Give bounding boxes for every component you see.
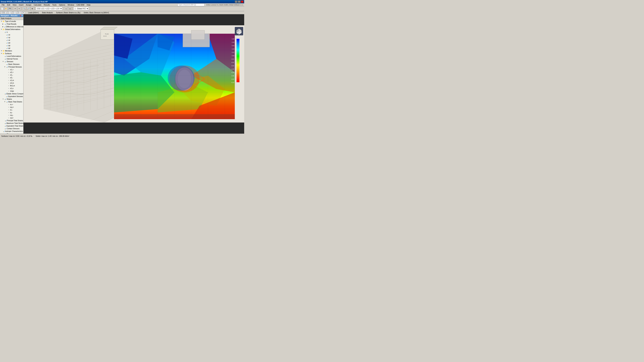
tree-item[interactable]: ○θσ1,m — [0, 84, 23, 87]
tree-item[interactable]: ○εxy,- — [0, 114, 23, 116]
tree-item[interactable]: ○εx,+ — [0, 103, 23, 106]
tree-item[interactable]: ▼📊Principal Stresses — [0, 65, 23, 68]
tree-item[interactable]: ○σ2,m — [0, 82, 23, 84]
tree-label: uy — [8, 36, 10, 38]
tree-expand-icon[interactable]: ▼ — [4, 66, 5, 68]
tb-fit[interactable]: ⊞ — [30, 7, 34, 10]
tb-zoom-out[interactable]: 🔎 — [26, 7, 30, 10]
menu-results[interactable]: Results — [43, 4, 51, 6]
tree-item[interactable]: 📊φz — [0, 47, 23, 49]
menu-assign[interactable]: Assign — [25, 4, 32, 6]
result-icon: 📊 — [6, 63, 8, 65]
menu-edit[interactable]: Edit — [6, 4, 11, 6]
view-select[interactable]: 1 - Global XYZ — [74, 7, 89, 10]
tree-item[interactable]: ○τmax — [0, 90, 23, 92]
tree-label: εy,- — [10, 112, 12, 113]
tree-item[interactable]: ▼📁Type of results — [0, 20, 23, 23]
tree-expand-icon[interactable]: ▼ — [2, 98, 4, 100]
tree-item[interactable]: ▼📊Strains — [0, 98, 23, 100]
tree-expand-icon[interactable]: ▼ — [1, 28, 2, 30]
tree-item[interactable]: 📊Shape — [0, 133, 23, 134]
load-combo-select[interactable]: CO2: LC1 + LC2 + LC3 + LC4 — [36, 7, 62, 10]
tree-label: Surfaces — [5, 53, 12, 54]
tb-render[interactable]: ◻ — [64, 7, 68, 10]
svg-text:Y: Y — [236, 30, 237, 31]
tree-item[interactable]: 📊Equivalent Stresses — [0, 95, 23, 98]
tree-item[interactable]: ○σ2,- — [0, 76, 23, 79]
menu-calculate[interactable]: Calculate — [33, 4, 42, 6]
tb-undo[interactable]: ↩ — [14, 7, 17, 10]
window-controls[interactable]: _ □ × — [235, 0, 244, 3]
maximize-button[interactable]: □ — [238, 0, 240, 3]
tree-expand-icon[interactable]: ▼ — [4, 101, 5, 103]
tree-item[interactable]: ○εy,- — [0, 111, 23, 114]
tb-save[interactable]: 💾 — [8, 7, 12, 10]
svg-text:-0.05: -0.05 — [231, 68, 234, 70]
tree-item[interactable]: ○εxy+ — [0, 116, 23, 119]
tree-label: Contact Stresses — [7, 128, 20, 130]
tree-item[interactable]: ○σ1,+ — [0, 68, 23, 71]
tree-expand-icon[interactable]: ▼ — [1, 50, 2, 52]
nav-close-button[interactable]: × — [22, 15, 23, 16]
tree-item[interactable]: 📊Internal Forces — [0, 57, 23, 60]
tree-item[interactable]: ▼📊Stresses — [0, 60, 23, 63]
tree-item[interactable]: ○σ2,+ — [0, 71, 23, 73]
tb-redo[interactable]: ↪ — [17, 7, 21, 10]
menu-help[interactable]: Help — [86, 4, 92, 6]
tree-item[interactable]: 📊uy — [0, 36, 23, 39]
tree-item[interactable]: 📊φx — [0, 41, 23, 44]
tree-item[interactable]: ○σ1,- — [0, 73, 23, 76]
tree-item[interactable]: ▶📊Final Results — [0, 23, 23, 25]
tree-item[interactable]: ○σ1,m — [0, 79, 23, 82]
tree-item[interactable]: 📊u — [0, 31, 23, 33]
tree-item[interactable]: 📊Maximum Total Strains — [0, 122, 23, 124]
menu-file[interactable]: File — [1, 4, 6, 6]
svg-rect-75 — [114, 114, 235, 119]
menu-tools[interactable]: Tools — [51, 4, 58, 6]
tree-item[interactable]: ▼📁Members — [0, 49, 23, 52]
svg-text:-0.04: -0.04 — [231, 65, 234, 66]
tb-open[interactable]: 📂 — [4, 7, 8, 10]
tree-item[interactable]: 📊Local Deformations — [0, 55, 23, 57]
menu-view[interactable]: View — [12, 4, 18, 6]
navigator-tree[interactable]: ▼📁Type of results▶📊Final Results▶📊Differ… — [0, 20, 23, 134]
tree-item[interactable]: ○εyy,+ — [0, 106, 23, 108]
search-input[interactable] — [178, 3, 204, 6]
tree-item[interactable]: 📊φy — [0, 44, 23, 47]
tree-item[interactable]: ○εx,- — [0, 108, 23, 111]
tree-expand-icon[interactable]: ▶ — [2, 26, 4, 27]
tree-expand-icon[interactable]: ▼ — [2, 61, 4, 62]
close-button[interactable]: × — [241, 0, 244, 3]
tree-item[interactable]: 📊Contact Stresses — [0, 127, 23, 130]
minimize-button[interactable]: _ — [235, 0, 238, 3]
tree-item[interactable]: ○σ1,n — [0, 87, 23, 90]
nav-pin-button[interactable]: 📌 — [19, 15, 21, 16]
tree-expand-icon[interactable]: ▼ — [1, 53, 2, 54]
menu-insert[interactable]: Insert — [18, 4, 24, 6]
tb-zoom-in[interactable]: 🔍 — [23, 7, 26, 10]
viewport-3d[interactable]: 75.00 60.00 — [24, 14, 244, 134]
tree-item[interactable]: 📊Principal Total Strains — [0, 119, 23, 122]
tree-label: Shape — [7, 133, 12, 134]
tree-item[interactable]: 📊Isotropic Characteristics — [0, 130, 23, 133]
tree-item[interactable]: ▶📊Differences to initial state — [0, 25, 23, 28]
tree-item[interactable]: 📊Equivalent Total Strains — [0, 124, 23, 127]
tree-item[interactable]: ▼📁Global Deformations — [0, 28, 23, 31]
tree-item[interactable]: 📊Elastic Stress Components — [0, 92, 23, 95]
tb-wireframe[interactable]: ◫ — [68, 7, 72, 10]
tree-expand-icon[interactable]: ▶ — [2, 23, 4, 25]
menu-cad-bim[interactable]: CAD-BIM — [76, 4, 85, 6]
tree-item[interactable]: 📊uz — [0, 39, 23, 41]
tree-expand-icon[interactable]: ▼ — [1, 20, 2, 22]
tree-item[interactable]: 📊ux — [0, 33, 23, 36]
menu-options[interactable]: Options — [58, 4, 66, 6]
loads-label: Loads [kN/m²] — [28, 12, 38, 13]
tree-item[interactable]: 📊Basic Stresses — [0, 63, 23, 65]
menu-window[interactable]: Window — [66, 4, 75, 6]
svg-text:-0.08: -0.08 — [231, 75, 234, 77]
tb-sep-3 — [34, 7, 35, 10]
tree-item[interactable]: ▼📁Surfaces — [0, 52, 23, 55]
tree-item[interactable]: ▼📊Basic Total Strains — [0, 100, 23, 103]
tree-label: Principal Stresses — [8, 66, 22, 68]
tb-new[interactable]: 📄 — [0, 7, 4, 10]
